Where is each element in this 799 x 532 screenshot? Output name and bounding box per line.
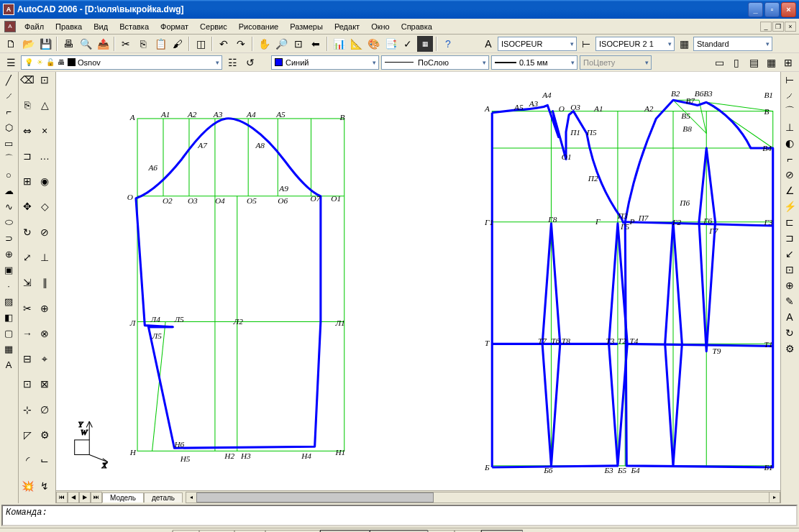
- dim-ord-icon[interactable]: ⊥: [781, 119, 798, 135]
- tab-layout[interactable]: деталь: [144, 492, 183, 503]
- insert-icon[interactable]: ⊕: [0, 246, 17, 262]
- table-icon[interactable]: ▦: [0, 341, 17, 357]
- save-icon[interactable]: 💾: [37, 36, 53, 52]
- erase-icon[interactable]: ⌫: [19, 72, 36, 88]
- osnap-tan-icon[interactable]: ⊘: [36, 224, 53, 240]
- osnap-qua-icon[interactable]: ◇: [36, 198, 53, 214]
- make-block-icon[interactable]: ▣: [0, 262, 17, 278]
- mtext-icon[interactable]: A: [0, 357, 17, 372]
- menu-service[interactable]: Сервис: [194, 20, 233, 33]
- break-icon[interactable]: ⊟: [19, 351, 36, 367]
- color-combo[interactable]: Синий: [271, 55, 379, 70]
- drawing-canvas[interactable]: W Y X: [56, 72, 780, 490]
- osnap-cen-icon[interactable]: ◉: [36, 173, 53, 189]
- dim-cont-icon[interactable]: ⊐: [781, 230, 798, 246]
- preview-icon[interactable]: 🔍: [78, 36, 93, 52]
- copy-obj-icon[interactable]: ⎘: [19, 97, 36, 113]
- text-style-icon[interactable]: A: [480, 36, 496, 52]
- redo-icon[interactable]: ↷: [233, 36, 249, 52]
- dim-quick-icon[interactable]: ⚡: [781, 198, 798, 214]
- menu-edit[interactable]: Правка: [50, 20, 88, 33]
- chamfer-icon[interactable]: ◸: [19, 427, 36, 443]
- open-icon[interactable]: 📂: [20, 36, 36, 52]
- offset-icon[interactable]: ⊐: [19, 148, 36, 164]
- linetype-combo[interactable]: ПоСлою: [381, 55, 489, 70]
- spline-icon[interactable]: ∿: [0, 198, 17, 214]
- vp1-icon[interactable]: ▭: [711, 55, 727, 70]
- osnap-none-icon[interactable]: ∅: [36, 402, 53, 418]
- vp4-icon[interactable]: ▦: [763, 55, 779, 70]
- menu-format[interactable]: Формат: [155, 20, 194, 33]
- trim-icon[interactable]: ✂: [19, 301, 36, 316]
- zoom-rt-icon[interactable]: 🔎: [273, 36, 289, 52]
- rotate-icon[interactable]: ↻: [19, 224, 36, 240]
- dim-rad-icon[interactable]: ◐: [781, 135, 798, 151]
- osnap-set-icon[interactable]: ⚙: [36, 427, 53, 443]
- match-icon[interactable]: 🖌: [170, 36, 186, 52]
- vp5-icon[interactable]: ⊞: [780, 55, 796, 70]
- vp3-icon[interactable]: ▤: [746, 55, 762, 70]
- osnap-mid-icon[interactable]: △: [36, 97, 53, 113]
- mirror-icon[interactable]: ⇔: [19, 123, 36, 139]
- extend-icon[interactable]: →: [19, 326, 36, 341]
- tab-model[interactable]: Модель: [102, 492, 144, 503]
- dim-linear-icon[interactable]: ⊢: [781, 72, 798, 88]
- table-style-combo[interactable]: Standard: [693, 37, 772, 51]
- table-style-icon[interactable]: ▦: [676, 36, 692, 52]
- lineweight-combo[interactable]: 0.15 мм: [491, 55, 577, 70]
- stretch-icon[interactable]: ⇲: [19, 275, 36, 290]
- calc-icon[interactable]: ▦: [417, 36, 433, 52]
- menu-file[interactable]: Файл: [19, 20, 50, 33]
- line-icon[interactable]: ╱: [0, 72, 17, 88]
- dim-leader-icon[interactable]: ↙: [781, 246, 798, 262]
- dim-edit-icon[interactable]: ✎: [781, 293, 798, 309]
- tab-next-button[interactable]: ▶: [79, 492, 91, 503]
- horizontal-scrollbar[interactable]: [186, 492, 780, 503]
- dim-style-combo[interactable]: ISOCPEUR 2 1: [595, 37, 675, 51]
- osnap-nea-icon[interactable]: ⌖: [36, 351, 53, 367]
- layer-states-icon[interactable]: ☷: [224, 55, 240, 70]
- menu-dimensions[interactable]: Размеры: [284, 20, 329, 33]
- circle-icon[interactable]: ○: [0, 167, 17, 183]
- doc-restore-button[interactable]: ❐: [772, 22, 784, 32]
- dim-dia-icon[interactable]: ⊘: [781, 167, 798, 183]
- osnap-end-icon[interactable]: ⊡: [36, 72, 53, 88]
- new-icon[interactable]: 🗋: [3, 36, 19, 52]
- dim-base-icon[interactable]: ⊏: [781, 214, 798, 230]
- revcloud-icon[interactable]: ☁: [0, 183, 17, 198]
- pan-icon[interactable]: ✋: [256, 36, 272, 52]
- break2-icon[interactable]: ⊡: [19, 376, 36, 392]
- fillet-icon[interactable]: ◜: [19, 452, 36, 468]
- layer-manager-icon[interactable]: ☰: [3, 55, 19, 70]
- layer-prev-icon[interactable]: ↺: [242, 55, 258, 70]
- sheet-icon[interactable]: 📑: [383, 36, 398, 52]
- cut-icon[interactable]: ✂: [118, 36, 134, 52]
- menu-draw[interactable]: Рисование: [233, 20, 284, 33]
- dim-tol-icon[interactable]: ⊡: [781, 262, 798, 278]
- doc-minimize-button[interactable]: _: [760, 22, 772, 32]
- menu-insert[interactable]: Вставка: [114, 20, 155, 33]
- zoom-prev-icon[interactable]: ⬅: [308, 36, 324, 52]
- dim-tedit-icon[interactable]: A: [781, 309, 798, 325]
- command-line[interactable]: Команда:: [1, 505, 798, 526]
- design-icon[interactable]: 📐: [348, 36, 364, 52]
- polygon-icon[interactable]: ⬡: [0, 119, 17, 135]
- markup-icon[interactable]: ✓: [400, 36, 416, 52]
- dim-ang-icon[interactable]: ∠: [781, 183, 798, 198]
- menu-modify[interactable]: Редакт: [329, 20, 365, 33]
- undo-icon[interactable]: ↶: [216, 36, 232, 52]
- ucs2-icon[interactable]: ↯: [36, 478, 53, 494]
- ellipse-arc-icon[interactable]: ⊃: [0, 230, 17, 246]
- dim-aligned-icon[interactable]: ⟋: [781, 88, 798, 104]
- tab-last-button[interactable]: ⏭: [91, 492, 102, 503]
- scale-icon[interactable]: ⤢: [19, 249, 36, 265]
- layer-combo[interactable]: 💡 ☀ 🔓 🖶 Osnov: [21, 55, 222, 70]
- maximize-button[interactable]: ▫: [764, 2, 780, 17]
- dim-style-icon[interactable]: ⊢: [578, 36, 594, 52]
- dim-style-mgr-icon[interactable]: ⚙: [781, 341, 798, 357]
- dim-jog-icon[interactable]: ⌐: [781, 151, 798, 167]
- close-button[interactable]: ×: [781, 2, 796, 17]
- paste-icon[interactable]: 📋: [152, 36, 168, 52]
- plotstyle-combo[interactable]: ПоЦвету: [580, 55, 652, 70]
- dim-update-icon[interactable]: ↻: [781, 325, 798, 341]
